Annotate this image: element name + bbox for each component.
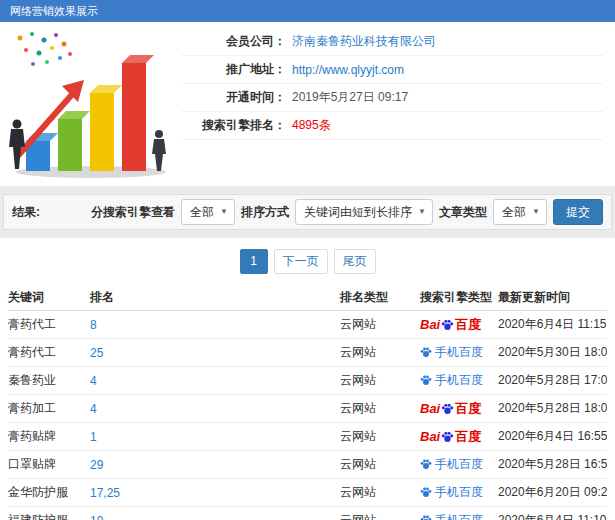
baidu-paw-icon — [441, 318, 454, 331]
engine-cell: 手机百度 — [420, 451, 498, 479]
rank-type-cell: 云网站 — [340, 311, 420, 339]
info-table: 会员公司： 济南秦鲁药业科技有限公司 推广地址： http://www.qlyy… — [182, 22, 615, 186]
header-engine-type: 搜索引擎类型 — [420, 284, 498, 311]
rank-type-cell: 云网站 — [340, 479, 420, 507]
mobile-baidu-label: 手机百度 — [435, 372, 483, 389]
mobile-baidu-paw-icon — [420, 514, 432, 520]
rank-cell: 8 — [90, 311, 340, 339]
table-row: 膏药代工 25 云网站 手机百度 2020年5月30日 18:06 — [8, 339, 607, 367]
engine-select[interactable]: 全部 ▼ — [181, 199, 235, 225]
update-time-cell: 2020年5月28日 17:02 — [498, 367, 607, 395]
engine-filter-label: 分搜索引擎查看 — [91, 204, 175, 221]
baidu-logo: Bai 百度 — [420, 428, 481, 446]
table-row: 秦鲁药业 4 云网站 手机百度 2020年5月28日 17:02 — [8, 367, 607, 395]
rank-cell: 1 — [90, 423, 340, 451]
pagination-next-button[interactable]: 下一页 — [274, 249, 328, 274]
mobile-baidu-logo: 手机百度 — [420, 456, 483, 473]
rank-link[interactable]: 29 — [90, 458, 103, 472]
filter-controls: 分搜索引擎查看 全部 ▼ 排序方式 关键词由短到长排序 ▼ 文章类型 全部 ▼ … — [91, 199, 603, 225]
info-row: 会员公司： 济南秦鲁药业科技有限公司 — [182, 28, 603, 56]
keyword-cell: 膏药加工 — [8, 395, 90, 423]
info-value[interactable]: http://www.qlyyjt.com — [292, 63, 404, 77]
rank-cell: 4 — [90, 395, 340, 423]
header-rank: 排名 — [90, 284, 340, 311]
article-type-select[interactable]: 全部 ▼ — [493, 199, 547, 225]
page-header: 网络营销效果展示 — [0, 0, 615, 22]
rank-cell: 10 — [90, 507, 340, 520]
keyword-cell: 秦鲁药业 — [8, 367, 90, 395]
filter-panel: 结果: 分搜索引擎查看 全部 ▼ 排序方式 关键词由短到长排序 ▼ 文章类型 全… — [3, 194, 612, 230]
pagination: 1 下一页 尾页 — [0, 238, 615, 284]
engine-cell: 手机百度 — [420, 367, 498, 395]
rank-cell: 4 — [90, 367, 340, 395]
caret-down-icon: ▼ — [532, 200, 540, 224]
header-update-time: 最新更新时间 — [498, 284, 607, 311]
info-value: 2019年5月27日 09:17 — [292, 89, 408, 106]
update-time-cell: 2020年6月20日 09:25 — [498, 479, 607, 507]
rank-type-cell: 云网站 — [340, 451, 420, 479]
rank-link[interactable]: 17,25 — [90, 486, 120, 500]
info-label: 搜索引擎排名： — [182, 117, 286, 134]
results-table: 关键词 排名 排名类型 搜索引擎类型 最新更新时间 膏药代工 8 云网站 Bai… — [8, 284, 607, 520]
rank-link[interactable]: 8 — [90, 318, 97, 332]
confetti-dots-icon — [18, 32, 73, 66]
table-row: 金华防护服 17,25 云网站 手机百度 2020年6月20日 09:25 — [8, 479, 607, 507]
baidu-logo: Bai 百度 — [420, 316, 481, 334]
submit-button[interactable]: 提交 — [553, 199, 603, 225]
chart-wrap — [0, 22, 182, 186]
pagination-last-button[interactable]: 尾页 — [334, 249, 376, 274]
rank-cell: 25 — [90, 339, 340, 367]
mobile-baidu-paw-icon — [420, 374, 432, 386]
baidu-hanzi-text: 百度 — [455, 316, 481, 334]
baidu-latin-text: Bai — [420, 317, 440, 332]
rank-cell: 29 — [90, 451, 340, 479]
baidu-hanzi-text: 百度 — [455, 400, 481, 418]
table-header-row: 关键词 排名 排名类型 搜索引擎类型 最新更新时间 — [8, 284, 607, 311]
engine-cell: 手机百度 — [420, 507, 498, 520]
rank-type-cell: 云网站 — [340, 367, 420, 395]
baidu-paw-icon — [441, 402, 454, 415]
rank-type-cell: 云网站 — [340, 339, 420, 367]
engine-cell: Bai 百度 — [420, 395, 498, 423]
results-panel: 1 下一页 尾页 关键词 排名 排名类型 搜索引擎类型 最新更新时间 膏药代工 … — [0, 238, 615, 520]
info-row: 开通时间： 2019年5月27日 09:17 — [182, 84, 603, 112]
article-type-label: 文章类型 — [439, 204, 487, 221]
rank-link[interactable]: 10 — [90, 514, 103, 520]
info-row: 推广地址： http://www.qlyyjt.com — [182, 56, 603, 84]
info-value: 4895条 — [292, 117, 331, 134]
mobile-baidu-label: 手机百度 — [435, 344, 483, 361]
table-row: 口罩贴牌 29 云网站 手机百度 2020年5月28日 16:55 — [8, 451, 607, 479]
info-row: 搜索引擎排名： 4895条 — [182, 112, 603, 140]
table-row: 膏药加工 4 云网站 Bai 百度 2020年5月28日 18:03 — [8, 395, 607, 423]
sort-select[interactable]: 关键词由短到长排序 ▼ — [295, 199, 433, 225]
info-label: 开通时间： — [182, 89, 286, 106]
rank-cell: 17,25 — [90, 479, 340, 507]
top-panel: 会员公司： 济南秦鲁药业科技有限公司 推广地址： http://www.qlyy… — [0, 22, 615, 186]
bars-icon — [26, 55, 154, 171]
person-right-icon — [152, 130, 166, 171]
update-time-cell: 2020年6月4日 11:10 — [498, 507, 607, 520]
caret-down-icon: ▼ — [220, 200, 228, 224]
rank-link[interactable]: 4 — [90, 402, 97, 416]
engine-cell: Bai 百度 — [420, 423, 498, 451]
rank-type-cell: 云网站 — [340, 507, 420, 520]
mobile-baidu-logo: 手机百度 — [420, 512, 483, 520]
baidu-hanzi-text: 百度 — [455, 428, 481, 446]
rank-type-cell: 云网站 — [340, 423, 420, 451]
mobile-baidu-logo: 手机百度 — [420, 344, 483, 361]
rank-link[interactable]: 1 — [90, 430, 97, 444]
keyword-cell: 膏药代工 — [8, 311, 90, 339]
mobile-baidu-paw-icon — [420, 486, 432, 498]
rank-type-cell: 云网站 — [340, 395, 420, 423]
info-label: 推广地址： — [182, 61, 286, 78]
engine-cell: Bai 百度 — [420, 311, 498, 339]
rank-link[interactable]: 25 — [90, 346, 103, 360]
engine-cell: 手机百度 — [420, 339, 498, 367]
results-table-body: 膏药代工 8 云网站 Bai 百度 2020年6月4日 11:15 膏药代工 2… — [8, 311, 607, 520]
keyword-cell: 膏药贴牌 — [8, 423, 90, 451]
pagination-page-1[interactable]: 1 — [240, 249, 268, 274]
caret-down-icon: ▼ — [418, 200, 426, 224]
rank-link[interactable]: 4 — [90, 374, 97, 388]
update-time-cell: 2020年6月4日 16:55 — [498, 423, 607, 451]
info-value[interactable]: 济南秦鲁药业科技有限公司 — [292, 33, 436, 50]
